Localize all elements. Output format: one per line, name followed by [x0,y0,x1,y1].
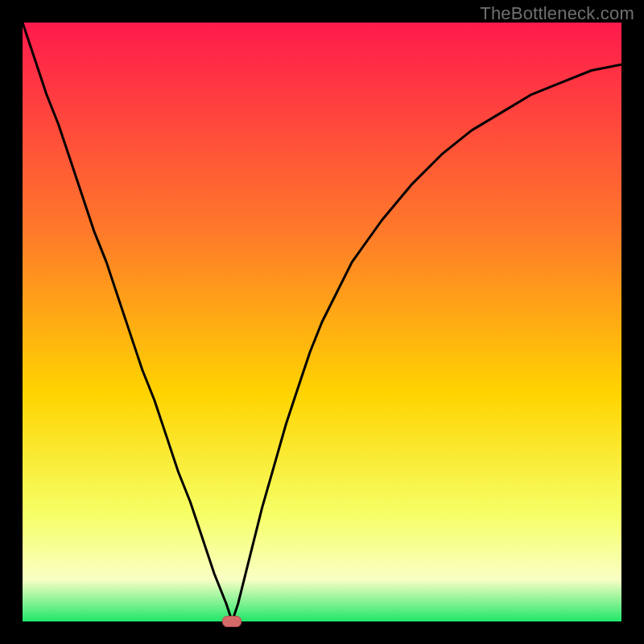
watermark-text: TheBottleneck.com [480,3,634,24]
bottleneck-chart [23,23,621,621]
optimal-point-marker [222,616,242,627]
chart-frame: TheBottleneck.com [0,0,644,644]
